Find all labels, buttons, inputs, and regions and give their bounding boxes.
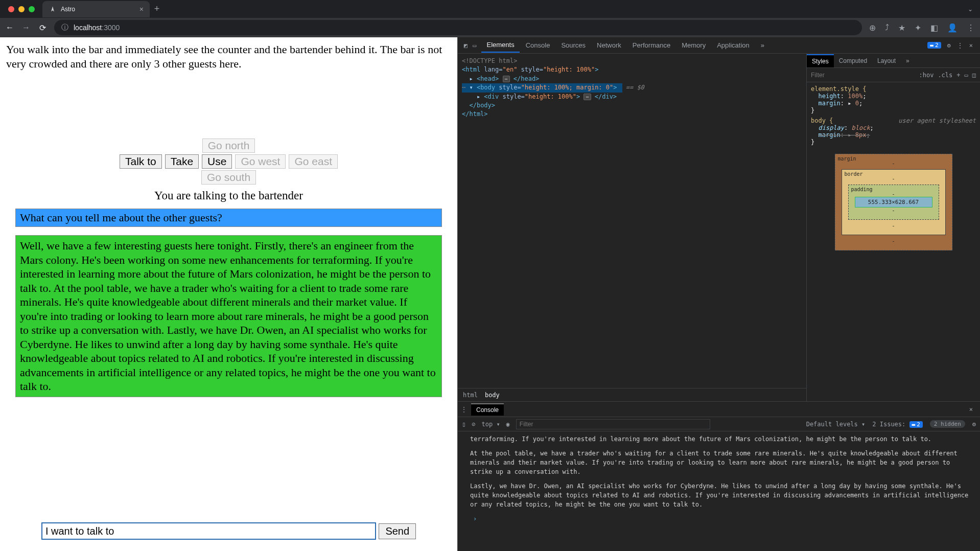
- console-prompt-icon[interactable]: ›: [470, 514, 975, 523]
- tab-network[interactable]: Network: [592, 38, 626, 52]
- ellipsis-icon[interactable]: ⋯: [584, 94, 591, 100]
- close-drawer-icon[interactable]: ×: [969, 406, 977, 413]
- device-toggle-icon[interactable]: ▭: [473, 42, 476, 49]
- reload-button[interactable]: ⟳: [38, 23, 47, 33]
- selected-marker: == $0: [622, 84, 644, 91]
- crumb-body[interactable]: body: [485, 392, 500, 399]
- box-padding-label: padding: [851, 187, 873, 192]
- ellipsis-icon[interactable]: ⋯: [503, 76, 510, 82]
- dom-tag: </div>: [595, 93, 617, 100]
- dom-head-close: </head>: [514, 75, 540, 82]
- kebab-menu-icon[interactable]: ⋮: [967, 23, 975, 33]
- close-tab-icon[interactable]: ×: [139, 5, 144, 13]
- tab-performance[interactable]: Performance: [627, 38, 675, 52]
- dom-head[interactable]: <head>: [477, 75, 499, 82]
- settings-icon[interactable]: ⚙: [947, 42, 951, 49]
- zoom-icon[interactable]: ⊕: [869, 23, 876, 33]
- inspect-element-icon[interactable]: ◩: [464, 42, 468, 49]
- dom-tag: >: [576, 93, 580, 100]
- css-selector: body {: [811, 117, 833, 124]
- box-model[interactable]: margin - border - padding - 555.333×628.…: [835, 154, 952, 250]
- tab-elements[interactable]: Elements: [481, 38, 519, 53]
- go-west-button[interactable]: Go west: [235, 154, 286, 169]
- dom-selected-line[interactable]: ⋯ ▾ <body style="height: 100%; margin: 0…: [462, 83, 622, 92]
- console-settings-icon[interactable]: ⚙: [972, 421, 976, 428]
- styles-tab-styles[interactable]: Styles: [807, 54, 834, 67]
- drawer-menu-icon[interactable]: ⋮: [461, 406, 467, 413]
- close-window-button[interactable]: [8, 6, 14, 12]
- console-filter-input[interactable]: [516, 419, 710, 429]
- log-levels-selector[interactable]: Default levels ▾: [806, 421, 866, 428]
- css-prop: margin: [818, 100, 840, 107]
- new-rule-icon[interactable]: +: [956, 72, 960, 79]
- share-icon[interactable]: ⤴: [885, 23, 889, 32]
- tab-sources[interactable]: Sources: [556, 38, 591, 52]
- browser-tab[interactable]: Astro ×: [42, 1, 150, 17]
- console-output[interactable]: terraforming. If you're interested in le…: [458, 431, 980, 551]
- use-button[interactable]: Use: [202, 154, 232, 169]
- tab-more-icon[interactable]: »: [756, 38, 769, 52]
- context-selector[interactable]: top ▾: [481, 421, 500, 428]
- styles-tab-layout[interactable]: Layout: [872, 55, 901, 67]
- extensions-icon[interactable]: ✦: [915, 23, 921, 33]
- css-rules[interactable]: element.style { height: 100%; margin: ▸ …: [807, 82, 980, 254]
- dom-div[interactable]: <div: [484, 93, 502, 100]
- styles-pane-icon[interactable]: ◫: [972, 72, 976, 79]
- cls-toggle[interactable]: .cls: [938, 72, 952, 79]
- action-controls: Go north Talk to Take Use Go west Go eas…: [6, 137, 451, 202]
- go-north-button[interactable]: Go north: [202, 139, 255, 153]
- url-port: :3000: [102, 24, 120, 32]
- dom-val: "height: 100%": [543, 66, 595, 73]
- dom-tree[interactable]: <!DOCTYPE html> <html lang="en" style="h…: [458, 54, 806, 388]
- minimize-window-button[interactable]: [18, 6, 25, 12]
- window-controls: [8, 6, 35, 12]
- favicon-icon: [49, 5, 57, 13]
- clear-console-icon[interactable]: ⊘: [472, 421, 475, 428]
- game-viewport: You walk into the bar and immediately se…: [0, 37, 457, 551]
- address-bar[interactable]: ⓘ localhost:3000: [54, 20, 862, 35]
- box-margin-label: margin: [838, 156, 856, 162]
- console-sidebar-icon[interactable]: ▯: [462, 421, 465, 428]
- styles-tab-more-icon[interactable]: »: [901, 55, 915, 67]
- talk-to-button[interactable]: Talk to: [120, 154, 162, 169]
- new-tab-button[interactable]: +: [150, 4, 164, 14]
- url-host: localhost: [74, 24, 102, 32]
- narration-text: You walk into the bar and immediately se…: [6, 42, 451, 71]
- back-button[interactable]: ←: [5, 23, 14, 32]
- tabs-menu-icon[interactable]: ⌄: [968, 6, 973, 13]
- bookmark-star-icon[interactable]: ★: [898, 23, 905, 33]
- send-button[interactable]: Send: [379, 523, 416, 539]
- tab-application[interactable]: Application: [712, 38, 755, 52]
- sidepanel-icon[interactable]: ◧: [930, 23, 938, 33]
- styles-panel: Styles Computed Layout » :hov .cls + ▭ ◫…: [806, 54, 980, 401]
- console-line: At the pool table, we have a trader who'…: [470, 449, 975, 476]
- crumb-html[interactable]: html: [463, 392, 478, 399]
- tab-memory[interactable]: Memory: [676, 38, 711, 52]
- maximize-window-button[interactable]: [29, 6, 35, 12]
- go-south-button[interactable]: Go south: [201, 170, 256, 185]
- kebab-icon[interactable]: ⋮: [957, 42, 963, 49]
- styles-tab-computed[interactable]: Computed: [834, 55, 872, 67]
- dom-val: "height: 100%": [525, 93, 576, 100]
- css-val: 8px: [855, 131, 867, 139]
- npc-message: Well, we have a few interesting guests h…: [15, 235, 442, 397]
- chat-input[interactable]: [41, 522, 376, 540]
- take-button[interactable]: Take: [165, 154, 199, 169]
- issues-badge[interactable]: ▬ 2: [927, 42, 941, 49]
- close-devtools-icon[interactable]: ×: [969, 42, 973, 49]
- issues-link[interactable]: 2 Issues: ▬ 2: [872, 421, 923, 428]
- live-expr-icon[interactable]: ◉: [506, 421, 510, 428]
- drawer-tab-console[interactable]: Console: [471, 403, 504, 416]
- css-prop: height: [818, 93, 840, 100]
- profile-icon[interactable]: 👤: [947, 23, 958, 33]
- hidden-count[interactable]: 2 hidden: [930, 420, 965, 428]
- styles-filter-input[interactable]: [811, 72, 915, 79]
- css-prop: margin: [818, 131, 840, 139]
- tab-console[interactable]: Console: [521, 38, 555, 52]
- dom-tag: >: [595, 66, 598, 73]
- go-east-button[interactable]: Go east: [289, 154, 338, 169]
- site-info-icon[interactable]: ⓘ: [61, 23, 68, 32]
- forward-button[interactable]: →: [21, 23, 31, 32]
- styles-more-icon[interactable]: ▭: [965, 72, 968, 79]
- hov-toggle[interactable]: :hov: [919, 72, 934, 79]
